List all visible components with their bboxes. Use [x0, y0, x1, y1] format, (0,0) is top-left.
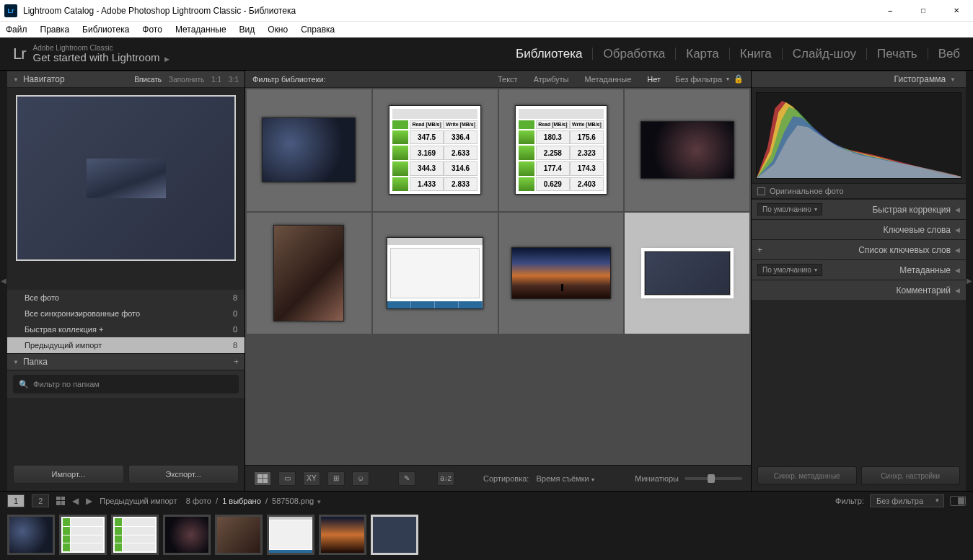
preset-select[interactable]: По умолчанию▾: [757, 203, 822, 215]
grid-cell[interactable]: [247, 89, 371, 211]
nav-fit[interactable]: Вписать: [134, 76, 162, 84]
grid-cell-empty: [373, 335, 498, 457]
navigator-header[interactable]: ▼ Навигатор Вписать Заполнить 1:1 3:1: [7, 71, 245, 88]
filmstrip-header: 1 2 ◀ ▶ Предыдущий импорт 8 фото / 1 выб…: [0, 491, 973, 510]
survey-view-icon[interactable]: ⊞: [327, 471, 345, 486]
menu-photo[interactable]: Фото: [142, 25, 162, 35]
sort-value[interactable]: Время съёмки ▾: [536, 474, 594, 483]
grid-cell-selected[interactable]: [625, 213, 749, 334]
sync-metadata-button[interactable]: Синхр. метаданные: [757, 466, 857, 485]
right-panel-flap[interactable]: ▶: [966, 71, 973, 491]
catalog-all-photos[interactable]: Все фото8: [7, 290, 245, 306]
minimize-button[interactable]: ‒: [873, 0, 907, 22]
menu-help[interactable]: Справка: [301, 25, 335, 35]
folders-header[interactable]: ▼ Папка +: [7, 353, 245, 370]
export-button[interactable]: Экспорт...: [128, 465, 239, 484]
grid-cell[interactable]: [625, 89, 749, 211]
nav-back-icon[interactable]: ◀: [72, 496, 79, 506]
filter-text[interactable]: Текст: [498, 75, 518, 84]
filter-none[interactable]: Нет: [647, 75, 661, 84]
catalog-synced-photos[interactable]: Все синхронизированные фото0: [7, 306, 245, 321]
thumbnail-image: [387, 237, 483, 309]
menu-window[interactable]: Окно: [268, 25, 288, 35]
filter-switch[interactable]: [950, 496, 966, 506]
keyword-list-header[interactable]: + Список ключевых слов◀: [752, 239, 966, 259]
loupe-view-icon[interactable]: ▭: [278, 471, 296, 486]
filter-preset[interactable]: Без фильтра: [675, 75, 722, 84]
plus-icon[interactable]: +: [757, 245, 762, 255]
close-button[interactable]: ✕: [940, 0, 973, 22]
filmstrip-cell[interactable]: [7, 515, 55, 555]
menu-view[interactable]: Вид: [239, 25, 255, 35]
import-button[interactable]: Импорт...: [13, 465, 124, 484]
catalog-quick-collection[interactable]: Быстрая коллекция +0: [7, 321, 245, 337]
catalog-previous-import[interactable]: Предыдущий импорт8: [7, 337, 245, 353]
thumbnail-image: Read [MB/s]Write [MB/s] 347.5336.4 3.169…: [389, 105, 481, 195]
folder-filter-input[interactable]: 🔍 Фильтр по папкам: [13, 375, 239, 394]
left-panel-flap[interactable]: ◀: [0, 71, 7, 491]
add-folder-icon[interactable]: +: [234, 357, 239, 367]
filmstrip-cell[interactable]: [319, 515, 366, 555]
module-web[interactable]: Веб: [928, 48, 960, 60]
quick-develop-header[interactable]: По умолчанию▾ Быстрая коррекция◀: [752, 199, 966, 219]
screen-1-button[interactable]: 1: [7, 494, 25, 507]
sync-settings-button[interactable]: Синхр. настройки: [861, 466, 961, 485]
grid-cell[interactable]: [499, 213, 624, 334]
lock-icon[interactable]: 🔒: [734, 74, 744, 84]
menu-metadata[interactable]: Метаданные: [175, 25, 226, 35]
keywords-header[interactable]: Ключевые слова◀: [752, 219, 966, 239]
navigator-preview[interactable]: [7, 88, 245, 290]
sort-direction-icon[interactable]: a↓z: [437, 471, 454, 486]
nav-3to1[interactable]: 3:1: [229, 76, 239, 84]
original-photo-row[interactable]: Оригинальное фото: [752, 183, 966, 199]
filmstrip-cell[interactable]: [59, 515, 107, 555]
painter-tool-icon[interactable]: ✎: [398, 471, 415, 486]
histogram-header[interactable]: Гистограмма ▼: [752, 71, 966, 88]
filmstrip-cell[interactable]: [215, 515, 263, 555]
screen-2-button[interactable]: 2: [32, 494, 49, 507]
breadcrumb[interactable]: Предыдущий импорт 8 фото / 1 выбрано / 5…: [100, 497, 322, 505]
filter-label: Фильтр:: [835, 497, 864, 505]
filmstrip-filter-preset[interactable]: Без фильтра: [870, 494, 944, 507]
module-slideshow[interactable]: Слайд-шоу: [783, 48, 867, 60]
thumbnail-grid[interactable]: Read [MB/s]Write [MB/s] 347.5336.4 3.169…: [245, 88, 751, 465]
module-develop[interactable]: Обработка: [593, 48, 676, 60]
center-panel: Фильтр библиотеки: Текст Атрибуты Метада…: [245, 71, 751, 491]
grid-view-icon[interactable]: [254, 471, 271, 486]
filter-metadata[interactable]: Метаданные: [585, 75, 632, 84]
nav-1to1[interactable]: 1:1: [211, 76, 221, 84]
menu-edit[interactable]: Правка: [40, 25, 70, 35]
identity-tagline[interactable]: Get started with Lightroom ▶: [33, 52, 169, 64]
chevron-down-icon: ▾: [726, 76, 729, 82]
filmstrip[interactable]: [0, 510, 973, 560]
nav-fill[interactable]: Заполнить: [169, 76, 204, 84]
module-picker: Библиотека Обработка Карта Книга Слайд-ш…: [506, 48, 960, 60]
checkbox[interactable]: [757, 187, 765, 195]
grid-cell[interactable]: Read [MB/s]Write [MB/s] 347.5336.4 3.169…: [373, 89, 498, 211]
filmstrip-cell[interactable]: [163, 515, 211, 555]
comments-header[interactable]: Комментарий◀: [752, 280, 966, 300]
menu-library[interactable]: Библиотека: [82, 25, 129, 35]
grid-cell[interactable]: Read [MB/s]Write [MB/s] 180.3175.6 2.258…: [499, 89, 624, 211]
module-library[interactable]: Библиотека: [506, 48, 593, 60]
filmstrip-cell-selected[interactable]: [371, 515, 418, 555]
metadata-preset-select[interactable]: По умолчанию▾: [757, 264, 822, 276]
filmstrip-cell[interactable]: [111, 515, 159, 555]
maximize-button[interactable]: □: [907, 0, 940, 22]
module-map[interactable]: Карта: [676, 48, 730, 60]
menu-file[interactable]: Файл: [6, 25, 27, 35]
metadata-header[interactable]: По умолчанию▾ Метаданные◀: [752, 259, 966, 280]
grid-icon[interactable]: [56, 497, 65, 505]
grid-cell[interactable]: [247, 213, 371, 334]
module-book[interactable]: Книга: [730, 48, 783, 60]
nav-forward-icon[interactable]: ▶: [86, 496, 92, 506]
grid-cell[interactable]: [373, 213, 498, 334]
filmstrip-cell[interactable]: [267, 515, 314, 555]
thumbnail-size-slider[interactable]: [684, 477, 742, 480]
histogram[interactable]: [756, 92, 961, 179]
people-view-icon[interactable]: ☺: [352, 471, 369, 486]
module-print[interactable]: Печать: [867, 48, 928, 60]
compare-view-icon[interactable]: XY: [303, 471, 320, 486]
grid-cell-empty: [247, 335, 371, 457]
filter-attributes[interactable]: Атрибуты: [534, 75, 569, 84]
